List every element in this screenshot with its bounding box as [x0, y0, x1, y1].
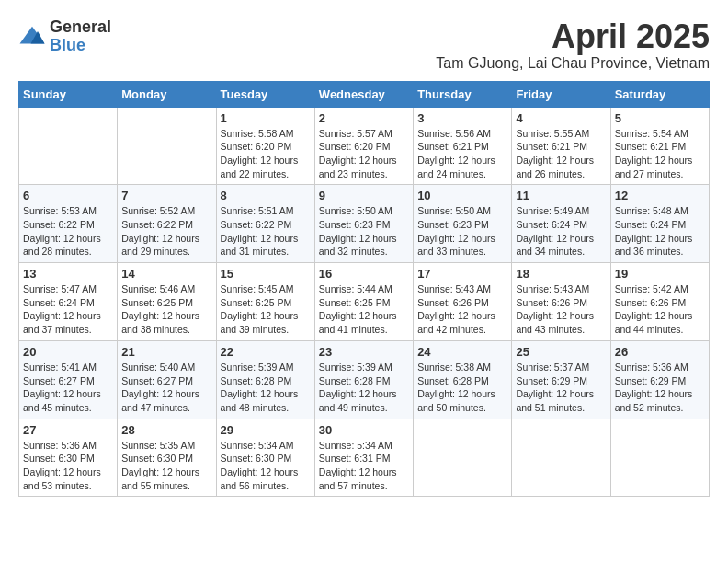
calendar-cell: 9Sunrise: 5:50 AM Sunset: 6:23 PM Daylig…	[314, 185, 413, 263]
day-number: 10	[417, 189, 507, 202]
day-number: 20	[23, 345, 113, 359]
calendar-cell: 25Sunrise: 5:37 AM Sunset: 6:29 PM Dayli…	[512, 340, 610, 419]
title-block: April 2025 Tam GJuong, Lai Chau Province…	[436, 18, 710, 72]
cell-content: Sunrise: 5:57 AM Sunset: 6:20 PM Dayligh…	[319, 127, 409, 181]
cell-content: Sunrise: 5:37 AM Sunset: 6:29 PM Dayligh…	[516, 361, 606, 415]
calendar-cell: 19Sunrise: 5:42 AM Sunset: 6:26 PM Dayli…	[610, 263, 709, 341]
cell-content: Sunrise: 5:38 AM Sunset: 6:28 PM Dayligh…	[417, 361, 507, 415]
calendar-week-row: 1Sunrise: 5:58 AM Sunset: 6:20 PM Daylig…	[19, 107, 710, 185]
day-number: 4	[516, 111, 606, 125]
logo-general: General	[50, 18, 111, 37]
cell-content: Sunrise: 5:35 AM Sunset: 6:30 PM Dayligh…	[121, 439, 211, 493]
cell-content: Sunrise: 5:36 AM Sunset: 6:29 PM Dayligh…	[615, 361, 705, 415]
calendar-cell: 23Sunrise: 5:39 AM Sunset: 6:28 PM Dayli…	[314, 340, 413, 419]
cell-content: Sunrise: 5:34 AM Sunset: 6:30 PM Dayligh…	[221, 439, 311, 493]
calendar-week-row: 6Sunrise: 5:53 AM Sunset: 6:22 PM Daylig…	[19, 185, 710, 263]
cell-content: Sunrise: 5:49 AM Sunset: 6:24 PM Dayligh…	[516, 204, 606, 259]
weekday-header-wednesday: Wednesday	[314, 81, 413, 107]
cell-content: Sunrise: 5:50 AM Sunset: 6:23 PM Dayligh…	[319, 204, 409, 259]
cell-content: Sunrise: 5:51 AM Sunset: 6:22 PM Dayligh…	[221, 204, 311, 259]
cell-content: Sunrise: 5:53 AM Sunset: 6:22 PM Dayligh…	[23, 204, 113, 259]
day-number: 15	[221, 267, 311, 281]
calendar-header-row: SundayMondayTuesdayWednesdayThursdayFrid…	[19, 81, 710, 107]
logo-blue: Blue	[50, 37, 111, 55]
day-number: 19	[615, 267, 705, 281]
cell-content: Sunrise: 5:54 AM Sunset: 6:21 PM Dayligh…	[615, 127, 705, 181]
day-number: 17	[417, 267, 507, 281]
page-header: General Blue April 2025 Tam GJuong, Lai …	[18, 18, 710, 72]
cell-content: Sunrise: 5:43 AM Sunset: 6:26 PM Dayligh…	[417, 282, 507, 337]
calendar-cell	[19, 107, 118, 185]
calendar-cell: 20Sunrise: 5:41 AM Sunset: 6:27 PM Dayli…	[19, 340, 118, 419]
day-number: 18	[516, 267, 606, 281]
calendar-cell: 24Sunrise: 5:38 AM Sunset: 6:28 PM Dayli…	[414, 340, 512, 419]
calendar-week-row: 13Sunrise: 5:47 AM Sunset: 6:24 PM Dayli…	[19, 263, 710, 341]
weekday-header-tuesday: Tuesday	[216, 81, 314, 107]
calendar-cell: 13Sunrise: 5:47 AM Sunset: 6:24 PM Dayli…	[19, 263, 118, 341]
calendar-cell: 29Sunrise: 5:34 AM Sunset: 6:30 PM Dayli…	[216, 419, 314, 497]
calendar-week-row: 20Sunrise: 5:41 AM Sunset: 6:27 PM Dayli…	[19, 340, 710, 419]
calendar-cell: 2Sunrise: 5:57 AM Sunset: 6:20 PM Daylig…	[314, 107, 413, 185]
day-number: 24	[417, 345, 507, 359]
calendar-cell: 8Sunrise: 5:51 AM Sunset: 6:22 PM Daylig…	[216, 185, 314, 263]
cell-content: Sunrise: 5:45 AM Sunset: 6:25 PM Dayligh…	[221, 282, 311, 337]
calendar-cell: 18Sunrise: 5:43 AM Sunset: 6:26 PM Dayli…	[512, 263, 610, 341]
day-number: 5	[615, 111, 705, 125]
cell-content: Sunrise: 5:55 AM Sunset: 6:21 PM Dayligh…	[516, 127, 606, 181]
calendar-cell: 5Sunrise: 5:54 AM Sunset: 6:21 PM Daylig…	[610, 107, 709, 185]
cell-content: Sunrise: 5:39 AM Sunset: 6:28 PM Dayligh…	[319, 361, 409, 415]
cell-content: Sunrise: 5:46 AM Sunset: 6:25 PM Dayligh…	[121, 282, 211, 337]
calendar-cell: 26Sunrise: 5:36 AM Sunset: 6:29 PM Dayli…	[610, 340, 709, 419]
cell-content: Sunrise: 5:44 AM Sunset: 6:25 PM Dayligh…	[319, 282, 409, 337]
calendar-cell: 28Sunrise: 5:35 AM Sunset: 6:30 PM Dayli…	[118, 419, 216, 497]
day-number: 23	[319, 345, 409, 359]
calendar-cell: 11Sunrise: 5:49 AM Sunset: 6:24 PM Dayli…	[512, 185, 610, 263]
day-number: 1	[221, 111, 311, 125]
calendar-table: SundayMondayTuesdayWednesdayThursdayFrid…	[18, 81, 710, 498]
day-number: 6	[23, 189, 113, 202]
calendar-cell: 17Sunrise: 5:43 AM Sunset: 6:26 PM Dayli…	[414, 263, 512, 341]
cell-content: Sunrise: 5:34 AM Sunset: 6:31 PM Dayligh…	[319, 439, 409, 493]
day-number: 29	[221, 423, 311, 437]
calendar-cell: 12Sunrise: 5:48 AM Sunset: 6:24 PM Dayli…	[610, 185, 709, 263]
calendar-cell: 27Sunrise: 5:36 AM Sunset: 6:30 PM Dayli…	[19, 419, 118, 497]
weekday-header-sunday: Sunday	[19, 81, 118, 107]
logo-text: General Blue	[50, 18, 111, 55]
day-number: 13	[23, 267, 113, 281]
calendar-cell: 16Sunrise: 5:44 AM Sunset: 6:25 PM Dayli…	[314, 263, 413, 341]
calendar-cell: 15Sunrise: 5:45 AM Sunset: 6:25 PM Dayli…	[216, 263, 314, 341]
calendar-cell	[610, 419, 709, 497]
calendar-cell: 6Sunrise: 5:53 AM Sunset: 6:22 PM Daylig…	[19, 185, 118, 263]
cell-content: Sunrise: 5:56 AM Sunset: 6:21 PM Dayligh…	[417, 127, 507, 181]
day-number: 16	[319, 267, 409, 281]
day-number: 21	[121, 345, 211, 359]
cell-content: Sunrise: 5:39 AM Sunset: 6:28 PM Dayligh…	[221, 361, 311, 415]
day-number: 9	[319, 189, 409, 202]
cell-content: Sunrise: 5:58 AM Sunset: 6:20 PM Dayligh…	[221, 127, 311, 181]
day-number: 14	[121, 267, 211, 281]
cell-content: Sunrise: 5:52 AM Sunset: 6:22 PM Dayligh…	[121, 204, 211, 259]
calendar-body: 1Sunrise: 5:58 AM Sunset: 6:20 PM Daylig…	[19, 107, 710, 497]
weekday-header-thursday: Thursday	[414, 81, 512, 107]
weekday-header-monday: Monday	[118, 81, 216, 107]
day-number: 22	[221, 345, 311, 359]
cell-content: Sunrise: 5:48 AM Sunset: 6:24 PM Dayligh…	[615, 204, 705, 259]
logo: General Blue	[18, 18, 111, 55]
calendar-cell: 7Sunrise: 5:52 AM Sunset: 6:22 PM Daylig…	[118, 185, 216, 263]
day-number: 28	[121, 423, 211, 437]
calendar-cell: 14Sunrise: 5:46 AM Sunset: 6:25 PM Dayli…	[118, 263, 216, 341]
calendar-cell: 30Sunrise: 5:34 AM Sunset: 6:31 PM Dayli…	[314, 419, 413, 497]
cell-content: Sunrise: 5:42 AM Sunset: 6:26 PM Dayligh…	[615, 282, 705, 337]
calendar-cell	[414, 419, 512, 497]
weekday-header-friday: Friday	[512, 81, 610, 107]
day-number: 27	[23, 423, 113, 437]
calendar-cell	[118, 107, 216, 185]
calendar-cell: 3Sunrise: 5:56 AM Sunset: 6:21 PM Daylig…	[414, 107, 512, 185]
day-number: 25	[516, 345, 606, 359]
calendar-cell	[512, 419, 610, 497]
day-number: 11	[516, 189, 606, 202]
calendar-cell: 1Sunrise: 5:58 AM Sunset: 6:20 PM Daylig…	[216, 107, 314, 185]
calendar-cell: 10Sunrise: 5:50 AM Sunset: 6:23 PM Dayli…	[414, 185, 512, 263]
weekday-header-saturday: Saturday	[610, 81, 709, 107]
calendar-cell: 22Sunrise: 5:39 AM Sunset: 6:28 PM Dayli…	[216, 340, 314, 419]
